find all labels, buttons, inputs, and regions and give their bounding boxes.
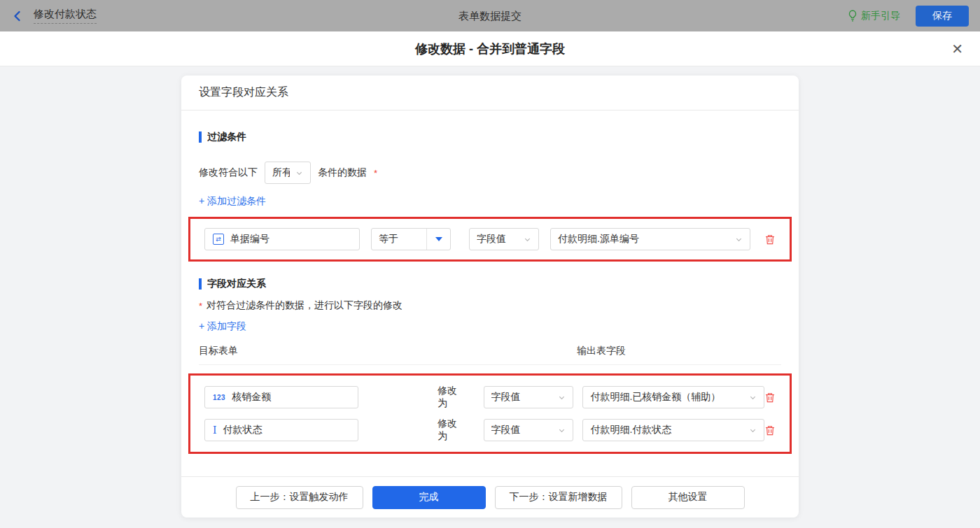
workflow-title: 修改付款状态 [34,8,97,24]
mapping-row: 123 核销金额 修改为 字段值 付款明细.已核销金额（辅助） [204,385,776,410]
dialog-title: 修改数据 - 合并到普通字段 [415,41,565,57]
output-field-select[interactable]: 付款明细.已核销金额（辅助） [582,386,764,408]
output-field-select[interactable]: 付款明细.付款状态 [582,419,764,441]
target-field-label: 核销金额 [232,391,271,404]
add-filter-condition-link[interactable]: + 添加过滤条件 [199,195,266,208]
filter-value-select[interactable]: 付款明细.源单编号 [550,228,750,250]
lightbulb-icon [848,10,858,22]
trash-icon [764,234,776,245]
chevron-down-icon [749,427,757,434]
mapping-column-headers: 目标表单 输出表字段 [199,345,781,365]
chevron-down-icon [749,394,757,401]
close-icon[interactable]: ✕ [951,42,963,56]
beginner-guide-link[interactable]: 新手引导 [848,10,900,22]
modify-to-label: 修改为 [438,385,467,410]
delete-mapping-button[interactable] [764,392,776,404]
card-header-title: 设置字段对应关系 [181,76,799,110]
filter-match-row: 修改符合以下 所有 条件的数据 * [199,162,781,184]
chevron-down-icon [558,394,566,401]
filter-condition-row: ⇄ 单据编号 等于 字段值 付款明细.源单编号 [204,228,776,250]
chevron-down-icon [735,236,743,243]
target-field-box[interactable]: 123 核销金额 [204,386,358,408]
value-type-select[interactable]: 字段值 [484,419,574,441]
caret-down-icon [426,229,450,250]
section-accent-bar [199,131,202,143]
mapping-row: I 付款状态 修改为 字段值 付款明细.付款状态 [204,418,776,443]
value-type-select[interactable]: 字段值 [484,386,574,408]
chevron-down-icon [524,236,531,243]
modify-to-label: 修改为 [438,418,467,443]
target-form-column-header: 目标表单 [199,345,577,357]
trash-icon [764,424,776,436]
trash-icon [764,392,776,404]
match-prefix-label: 修改符合以下 [199,166,258,179]
add-field-link[interactable]: + 添加字段 [199,320,246,333]
section-accent-bar [199,278,202,290]
done-button[interactable]: 完成 [372,486,486,509]
mapping-highlight-box: 123 核销金额 修改为 字段值 付款明细.已核销金额（辅助） [188,373,792,454]
dialog-header: 修改数据 - 合并到普通字段 ✕ [0,31,980,66]
required-asterisk: * [374,168,377,178]
match-mode-select[interactable]: 所有 [265,162,311,184]
dialog-body: 设置字段对应关系 过滤条件 修改符合以下 所有 条件的数据 * + 添加过滤条件 [0,66,980,528]
card-footer: 上一步：设置触发动作 完成 下一步：设置新增数据 其他设置 [181,476,799,518]
number-field-icon: 123 [213,394,225,401]
target-field-label: 付款状态 [223,424,262,436]
mapping-section-title: 字段对应关系 [199,278,781,290]
save-button[interactable]: 保存 [916,6,969,27]
value-type-select[interactable]: 字段值 [469,228,539,250]
other-settings-button[interactable]: 其他设置 [631,486,745,509]
chevron-down-icon [295,169,303,177]
filter-highlight-box: ⇄ 单据编号 等于 字段值 付款明细.源单编号 [188,217,792,262]
serial-number-icon: ⇄ [213,234,224,245]
output-field-column-header: 输出表字段 [577,345,626,357]
prev-step-button[interactable]: 上一步：设置触发动作 [236,486,363,509]
required-asterisk: * [199,301,202,311]
filter-field-label: 单据编号 [230,233,270,245]
chevron-left-icon [11,10,24,22]
target-field-box[interactable]: I 付款状态 [204,419,358,441]
delete-condition-button[interactable] [764,234,776,245]
next-step-button[interactable]: 下一步：设置新增数据 [495,486,622,509]
operator-select[interactable]: 等于 [371,228,451,250]
delete-mapping-button[interactable] [764,424,776,436]
node-title: 表单数据提交 [458,9,522,22]
text-field-icon: I [213,424,217,436]
chevron-down-icon [558,427,566,434]
field-mapping-card: 设置字段对应关系 过滤条件 修改符合以下 所有 条件的数据 * + 添加过滤条件 [181,76,799,518]
match-suffix-label: 条件的数据 [318,166,367,179]
guide-label: 新手引导 [861,10,900,22]
top-nav-bar: 修改付款状态 表单数据提交 新手引导 保存 [0,0,980,31]
filter-section-title: 过滤条件 [199,131,781,143]
mapping-description: * 对符合过滤条件的数据，进行以下字段的修改 [199,299,781,312]
back-button[interactable] [11,10,24,22]
filter-field-box[interactable]: ⇄ 单据编号 [204,228,360,250]
